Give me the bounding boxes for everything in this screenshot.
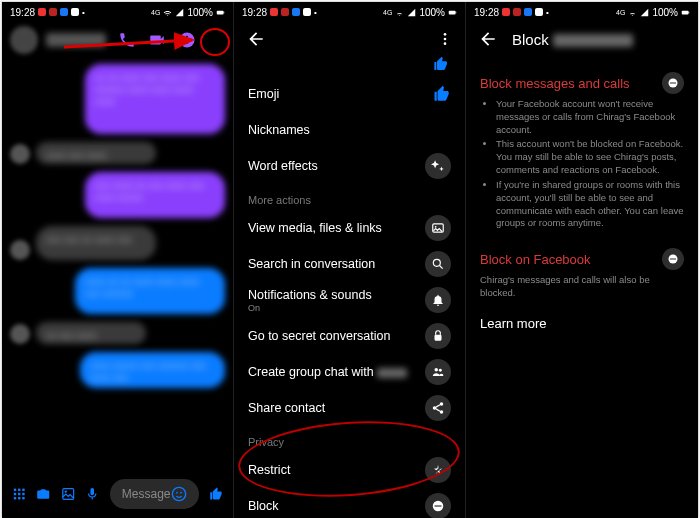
status-time: 19:28: [10, 7, 35, 18]
message-in[interactable]: xx xxx xxxx: [36, 322, 146, 344]
bullet: If you're in shared groups or rooms with…: [496, 179, 684, 230]
network-icon: 4G: [383, 9, 392, 16]
item-view-media[interactable]: View media, files & links: [248, 210, 451, 246]
network-icon: 4G: [151, 9, 160, 16]
message-out[interactable]: xxx xxxx xx xxx xxxx xxx xxxx xxxxx: [85, 172, 225, 218]
wifi-icon: [395, 8, 404, 17]
settings-header: [234, 22, 465, 56]
thumbs-up-icon[interactable]: [209, 484, 223, 504]
status-bar: 19:28 • 4G 100%: [466, 2, 698, 22]
app-icon: [38, 8, 46, 16]
thumbs-up-icon: [433, 85, 451, 103]
message-out[interactable]: xxxx xxxxx xxx xxxxxx xxx xxxx xxx: [80, 352, 225, 388]
back-icon[interactable]: [478, 29, 498, 49]
thumbs-up-icon: [433, 56, 449, 72]
settings-list: Emoji Nicknames Word effects More action…: [234, 76, 465, 518]
message-out[interactable]: xxxx xx xx xxxx xxxx xxxx xxx xxxxxx: [75, 268, 225, 314]
app-icon: [281, 8, 289, 16]
app-icon: [270, 8, 278, 16]
emoji-icon[interactable]: [171, 486, 187, 502]
video-icon[interactable]: [148, 31, 166, 49]
svg-point-23: [444, 38, 447, 41]
more-vert-icon[interactable]: [437, 31, 453, 47]
signal-icon: [407, 8, 416, 17]
signal-icon: [175, 8, 184, 17]
svg-point-33: [433, 406, 437, 410]
app-icon: [303, 8, 311, 16]
status-bar: 19:28 • 4G 100%: [2, 2, 233, 22]
message-in[interactable]: xxxx xxx xxxx: [36, 142, 156, 164]
avatar: [10, 240, 30, 260]
section-privacy: Privacy: [248, 426, 451, 452]
svg-rect-1: [224, 11, 225, 13]
chat-title[interactable]: [46, 33, 106, 47]
status-bar: 19:28 • 4G 100%: [234, 2, 465, 22]
svg-rect-14: [22, 497, 24, 499]
item-secret-conversation[interactable]: Go to secret conversation: [248, 318, 451, 354]
item-nicknames[interactable]: Nicknames: [248, 112, 451, 148]
svg-rect-41: [689, 11, 690, 13]
svg-rect-0: [217, 10, 224, 14]
page-title: Block: [512, 31, 633, 48]
svg-point-17: [172, 487, 185, 500]
message-in[interactable]: xxx xxx xx xxxx xxx: [36, 226, 156, 260]
item-word-effects[interactable]: Word effects: [248, 148, 451, 184]
avatar: [10, 144, 30, 164]
svg-rect-13: [18, 497, 20, 499]
more-icon: •: [82, 8, 85, 17]
block-icon: [425, 493, 451, 518]
block-messages-calls[interactable]: Block messages and calls: [480, 64, 684, 98]
learn-more-link[interactable]: Learn more: [480, 300, 684, 331]
svg-point-18: [176, 492, 178, 494]
label: Restrict: [248, 463, 290, 477]
camera-icon[interactable]: [36, 484, 50, 504]
gallery-icon[interactable]: [61, 484, 75, 504]
svg-point-4: [186, 36, 188, 38]
info-icon[interactable]: [178, 31, 196, 49]
svg-point-34: [440, 410, 444, 414]
avatar[interactable]: [10, 26, 38, 54]
svg-rect-43: [670, 83, 676, 84]
svg-point-27: [433, 259, 440, 266]
more-icon: •: [314, 8, 317, 17]
svg-rect-11: [22, 493, 24, 495]
sublabel: On: [248, 303, 372, 313]
group-icon: [425, 359, 451, 385]
svg-rect-15: [63, 489, 74, 500]
block-icon: [662, 72, 684, 94]
label: Emoji: [248, 87, 279, 101]
label: Block on Facebook: [480, 252, 591, 267]
status-time: 19:28: [242, 7, 267, 18]
item-create-group[interactable]: Create group chat with: [248, 354, 451, 390]
block-msg-calls-desc: Your Facebook account won't receive mess…: [480, 98, 684, 230]
item-restrict[interactable]: Restrict: [248, 452, 451, 488]
label: Go to secret conversation: [248, 329, 390, 343]
block-on-facebook[interactable]: Block on Facebook: [480, 232, 684, 274]
item-block[interactable]: Block: [248, 488, 451, 518]
avatar: [10, 324, 30, 344]
label: Notifications & sounds: [248, 288, 372, 302]
app-icon: [535, 8, 543, 16]
fb-icon: [524, 8, 532, 16]
mic-icon[interactable]: [85, 484, 99, 504]
item-notifications[interactable]: Notifications & sounds On: [248, 282, 451, 318]
status-battery: 100%: [187, 7, 213, 18]
item-emoji[interactable]: Emoji: [248, 76, 451, 112]
message-out[interactable]: xx xx xxxx xxx xxxx xxx xxxxxx xxxx xxxx…: [85, 64, 225, 134]
svg-point-32: [440, 402, 444, 406]
media-icon: [425, 215, 451, 241]
call-icon[interactable]: [118, 31, 136, 49]
apps-icon[interactable]: [12, 484, 26, 504]
svg-rect-40: [682, 10, 689, 14]
label: Block: [248, 499, 279, 513]
screen-chat: 19:28 • 4G 100% xx xx xxxx xxx xxxx: [2, 2, 234, 518]
item-search[interactable]: Search in conversation: [248, 246, 451, 282]
message-input[interactable]: Message: [110, 479, 199, 509]
wifi-icon: [163, 8, 172, 17]
share-icon: [425, 395, 451, 421]
more-icon: •: [546, 8, 549, 17]
back-icon[interactable]: [246, 29, 266, 49]
message-list: xx xx xxxx xxx xxxx xxx xxxxxx xxxx xxxx…: [2, 58, 233, 474]
svg-rect-3: [186, 39, 188, 44]
item-share-contact[interactable]: Share contact: [248, 390, 451, 426]
